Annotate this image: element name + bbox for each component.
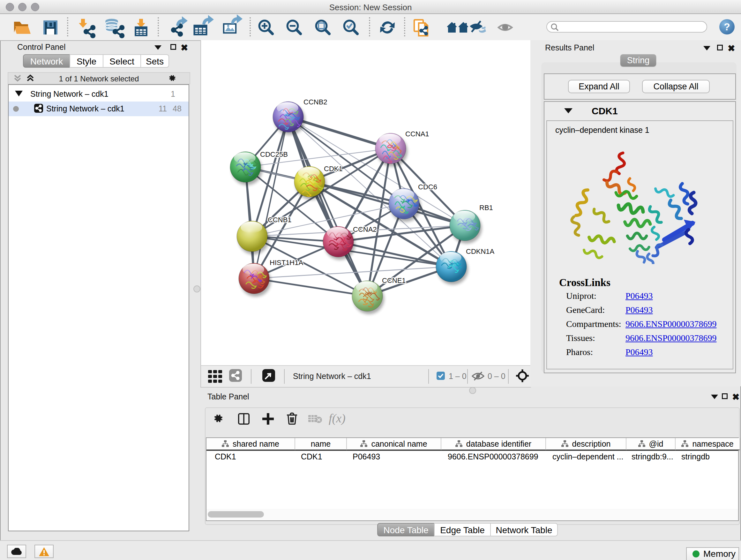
svg-text:CCNE1: CCNE1 <box>382 276 406 285</box>
svg-text:CCNB1: CCNB1 <box>268 216 292 224</box>
svg-text:CDC6: CDC6 <box>418 183 437 191</box>
svg-text:RB1: RB1 <box>479 204 493 212</box>
svg-text:CCNB2: CCNB2 <box>304 98 327 106</box>
svg-text:CDK1: CDK1 <box>324 165 343 173</box>
svg-text:CDKN1A: CDKN1A <box>466 247 495 255</box>
svg-text:CCNA2: CCNA2 <box>353 226 377 233</box>
svg-text:CCNA1: CCNA1 <box>405 130 429 138</box>
svg-text:CDC25B: CDC25B <box>260 150 288 159</box>
svg-text:HIST1H1A: HIST1H1A <box>270 259 303 266</box>
